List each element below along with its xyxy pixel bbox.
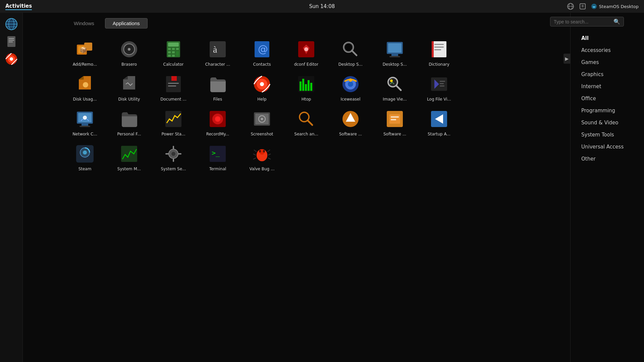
app-item-dictionary[interactable]: Dictionary [421, 37, 458, 69]
app-label-desktop-search: Desktop S... [338, 62, 363, 67]
app-item-calculator[interactable]: Calculator [155, 37, 192, 69]
svg-rect-33 [176, 51, 179, 56]
svg-rect-112 [178, 153, 181, 155]
category-item-graphics[interactable]: Graphics [577, 69, 637, 80]
category-item-all[interactable]: All [577, 33, 637, 44]
category-item-internet[interactable]: Internet [577, 81, 637, 92]
app-label-power-statistics: Power Sta... [161, 132, 185, 136]
app-icon-valve-bug [251, 143, 273, 165]
app-item-steam[interactable]: Steam [66, 141, 103, 173]
svg-point-126 [263, 150, 265, 153]
app-icon-system-monitor [118, 143, 140, 165]
app-icon-files [207, 73, 228, 95]
app-icon-network-config [74, 108, 96, 130]
app-item-image-viewer[interactable]: Image Vie... [376, 71, 413, 104]
app-item-character-map[interactable]: àCharacter ... [199, 37, 236, 69]
app-item-terminal[interactable]: >_Terminal [199, 141, 236, 173]
app-label-calculator: Calculator [163, 62, 184, 67]
app-item-iceweasel[interactable]: Iceweasel [332, 71, 369, 104]
search-input[interactable] [554, 19, 613, 24]
app-item-document-viewer[interactable]: Document ... [155, 71, 192, 104]
app-label-desktop-settings: Desktop S... [383, 62, 407, 67]
app-grid: 📦Add/Remo...BraseroCalculatoràCharacter … [23, 33, 570, 180]
app-item-software-properties[interactable]: Software ... [376, 106, 413, 138]
app-item-software-center[interactable]: Software ... [332, 106, 369, 138]
user-icon [579, 3, 586, 10]
svg-point-105 [83, 150, 87, 155]
topbar-right: SteamOS Desktop [567, 3, 639, 10]
app-icon-personal-files [118, 108, 140, 130]
app-label-system-monitor: System M... [117, 167, 141, 171]
svg-rect-3 [580, 4, 585, 9]
tab-windows[interactable]: Windows [66, 18, 102, 28]
app-item-desktop-settings[interactable]: Desktop S... [376, 37, 413, 69]
app-item-network-config[interactable]: Network C... [66, 106, 103, 138]
app-icon-desktop-search [340, 39, 361, 60]
search-bar[interactable]: 🔍 [550, 17, 624, 26]
app-icon-add-remove: 📦 [74, 39, 96, 60]
sidebar-help-icon[interactable] [4, 52, 19, 66]
app-item-valve-bug[interactable]: Valve Bug ... [244, 141, 280, 173]
app-item-brasero[interactable]: Brasero [111, 37, 148, 69]
app-item-files[interactable]: Files [199, 71, 236, 104]
svg-line-123 [253, 158, 256, 159]
svg-point-70 [349, 78, 352, 82]
app-item-screenshot[interactable]: Screenshot [244, 106, 280, 138]
app-item-dconf-editor[interactable]: dconf Editor [288, 37, 325, 69]
app-item-htop[interactable]: Htop [288, 71, 325, 104]
category-item-games[interactable]: Games [577, 57, 637, 68]
app-item-startup-apps[interactable]: Startup A... [421, 106, 458, 138]
app-item-system-settings[interactable]: System Se... [155, 141, 192, 173]
app-label-files: Files [213, 97, 222, 102]
search-icon: 🔍 [613, 18, 620, 25]
category-item-accessories[interactable]: Accessories [577, 45, 637, 56]
app-icon-log-file-viewer [428, 73, 450, 95]
app-label-software-center: Software ... [339, 132, 362, 136]
app-icon-terminal: >_ [207, 143, 228, 165]
tabs-row: Windows Applications [23, 18, 570, 33]
svg-rect-62 [300, 81, 302, 91]
svg-rect-30 [176, 48, 179, 50]
app-item-power-statistics[interactable]: Power Sta... [155, 106, 192, 138]
activities-button[interactable]: Activities [5, 3, 32, 10]
tab-applications[interactable]: Applications [105, 18, 148, 28]
app-icon-brasero [118, 39, 140, 60]
category-item-office[interactable]: Office [577, 93, 637, 104]
app-icon-calculator [163, 39, 184, 60]
category-item-universal-access[interactable]: Universal Access [577, 141, 637, 152]
app-item-system-monitor[interactable]: System M... [111, 141, 148, 173]
sidebar-document-icon[interactable] [4, 34, 19, 49]
app-item-recordmydesktop[interactable]: RecordMy... [199, 106, 236, 138]
sidebar-globe-icon[interactable] [4, 17, 19, 32]
svg-rect-53 [434, 49, 441, 50]
app-item-contacts[interactable]: @Contacts [244, 37, 280, 69]
app-item-desktop-search[interactable]: Desktop S... [332, 37, 369, 69]
category-item-other[interactable]: Other [577, 154, 637, 164]
app-label-document-viewer: Document ... [160, 97, 186, 102]
app-item-search-and-replace[interactable]: Search an... [288, 106, 325, 138]
app-icon-search-and-replace [296, 108, 317, 130]
collapse-panel-button[interactable]: ▶ [564, 54, 570, 64]
svg-rect-66 [310, 83, 312, 91]
app-item-add-remove[interactable]: 📦Add/Remo... [66, 37, 103, 69]
app-label-disk-utility: Disk Utility [118, 97, 140, 102]
category-item-sound-video[interactable]: Sound & Video [577, 117, 637, 128]
app-icon-disk-usage [74, 73, 96, 95]
app-item-log-file-viewer[interactable]: Log File Vi... [421, 71, 458, 104]
app-item-disk-utility[interactable]: Disk Utility [111, 71, 148, 104]
app-icon-dconf-editor [296, 39, 317, 60]
category-item-system-tools[interactable]: System Tools [577, 129, 637, 140]
app-icon-help [251, 73, 273, 95]
app-label-htop: Htop [302, 97, 311, 102]
category-item-programming[interactable]: Programming [577, 105, 637, 116]
sidebar [0, 13, 23, 362]
app-label-terminal: Terminal [209, 167, 226, 171]
svg-rect-63 [302, 79, 304, 91]
svg-text:>_: >_ [212, 149, 220, 157]
svg-point-82 [83, 116, 87, 120]
app-item-help[interactable]: Help [244, 71, 280, 104]
app-item-personal-files[interactable]: Personal F... [111, 106, 148, 138]
svg-line-74 [396, 85, 401, 90]
app-item-disk-usage[interactable]: Disk Usag... [66, 71, 103, 104]
svg-rect-99 [391, 116, 399, 118]
